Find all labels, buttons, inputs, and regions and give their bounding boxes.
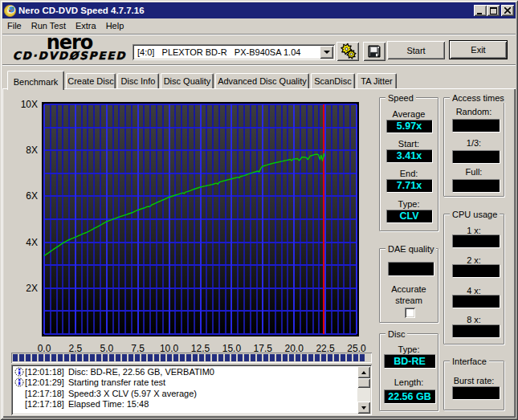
- progress-block: [270, 354, 275, 361]
- progress-block: [360, 354, 365, 361]
- nero-logo: nero CD·DVDØSPEED: [11, 35, 128, 64]
- speed-label: Average: [380, 109, 438, 119]
- disc-value-display: 22.56 GB: [384, 389, 435, 403]
- progress-block: [334, 354, 339, 361]
- disc-info-icon: [14, 377, 24, 387]
- tab-label: Advanced Disc Quality: [218, 76, 307, 86]
- disc-label: Type:: [380, 345, 438, 354]
- progress-block: [328, 354, 332, 361]
- progress-block: [173, 354, 178, 361]
- progress-block: [103, 354, 108, 361]
- cpu-usage-value-display: [452, 324, 500, 337]
- triangle-down-icon: [361, 406, 366, 410]
- progress-block: [212, 354, 217, 361]
- y-tick-label: 6X: [26, 190, 38, 202]
- speed-label: Start:: [380, 139, 438, 149]
- tab-label: Create Disc: [67, 76, 113, 86]
- access-times-label: Full:: [444, 167, 504, 177]
- progress-block: [96, 354, 101, 361]
- progress-block: [122, 354, 127, 361]
- separator-highlight: [2, 65, 516, 66]
- progress-bar: [11, 353, 372, 363]
- drive-select-value: [4:0] PLEXTOR BD-R PX-B940SA 1.04: [137, 47, 300, 57]
- progress-block: [26, 354, 31, 361]
- close-button[interactable]: [501, 5, 514, 16]
- minimize-icon: [477, 7, 483, 14]
- app-window: Nero CD-DVD Speed 4.7.7.16 File Run Test…: [0, 0, 518, 420]
- progress-block: [148, 354, 153, 361]
- menu-help[interactable]: Help: [101, 19, 129, 33]
- y-tick-label: 8X: [26, 145, 38, 156]
- titlebar-buttons: [474, 5, 514, 16]
- progress-block: [244, 354, 249, 361]
- progress-block: [77, 354, 82, 361]
- log-timestamp: [12:17:18]: [25, 389, 64, 398]
- separator: [2, 64, 516, 66]
- speed-value-display: 3.41x: [386, 149, 432, 162]
- progress-block: [109, 354, 114, 361]
- floppy-disk-icon: [368, 45, 381, 58]
- app-disc-icon: [4, 5, 16, 17]
- access-times-value-display: [452, 119, 500, 132]
- tab-scandisc[interactable]: ScanDisc: [311, 73, 355, 88]
- scroll-up-button[interactable]: [357, 366, 370, 378]
- speed-value-display: 5.97x: [386, 120, 432, 133]
- progress-block: [315, 354, 320, 361]
- progress-block: [193, 354, 198, 361]
- triangle-up-icon: [361, 371, 366, 374]
- options-button[interactable]: [336, 42, 359, 61]
- dae-quality-value-display: [388, 262, 434, 275]
- tab-disc-quality[interactable]: Disc Quality: [161, 73, 214, 88]
- access-times-value-display: [452, 179, 500, 192]
- save-button[interactable]: [363, 42, 385, 61]
- scroll-thumb[interactable]: [357, 378, 370, 388]
- tab-bar: BenchmarkCreate DiscDisc InfoDisc Qualit…: [2, 71, 516, 88]
- tab-benchmark[interactable]: Benchmark: [7, 71, 64, 90]
- speed-label: Type:: [380, 199, 438, 209]
- speed-group-title: Speed: [385, 93, 416, 103]
- progress-block: [321, 354, 326, 361]
- progress-block: [154, 354, 159, 361]
- scroll-down-button[interactable]: [357, 402, 370, 414]
- cpu-usage-group-title: CPU usage: [450, 210, 500, 219]
- drive-select-dropdown-button[interactable]: [320, 46, 333, 59]
- interface-group: InterfaceBurst rate:: [443, 361, 504, 410]
- dae-quality-group: DAE qualityAccuratestream: [379, 248, 438, 323]
- log-box: [12:01:18]Disc: BD-RE, 22.56 GB, VERBATI…: [11, 365, 372, 415]
- accurate-stream-checkbox[interactable]: [405, 308, 415, 318]
- progress-block: [341, 354, 345, 361]
- progress-block: [199, 354, 204, 361]
- progress-block: [71, 354, 75, 361]
- progress-block: [39, 354, 43, 361]
- tab-disc-info[interactable]: Disc Info: [117, 73, 159, 88]
- benchmark-tab-panel: 10X8X6X4X2X0.02.55.07.510.012.515.017.52…: [2, 88, 516, 418]
- progress-block: [289, 354, 294, 361]
- minimize-button[interactable]: [474, 5, 487, 16]
- log-timestamp: [12:01:18]: [25, 367, 64, 377]
- y-tick-label: 2X: [26, 283, 38, 294]
- tab-ta-jitter[interactable]: TA Jitter: [357, 73, 397, 88]
- menu-file[interactable]: File: [2, 19, 27, 33]
- disc-value-display: BD-RE: [384, 354, 435, 368]
- disc-label: Length:: [380, 377, 438, 387]
- progress-block: [225, 354, 230, 361]
- logo-slash-icon: Ø: [69, 49, 80, 62]
- progress-block: [19, 354, 24, 361]
- maximize-button[interactable]: [487, 5, 500, 16]
- progress-block: [347, 354, 352, 361]
- drive-select-combo[interactable]: [4:0] PLEXTOR BD-R PX-B940SA 1.04: [133, 44, 335, 60]
- start-button[interactable]: Start: [387, 41, 445, 59]
- tab-create-disc[interactable]: Create Disc: [66, 73, 116, 88]
- exit-button[interactable]: Exit: [449, 40, 508, 59]
- disc-group: DiscType:BD-RELength:22.56 GB: [379, 333, 438, 411]
- access-times-label: 1/3:: [444, 138, 504, 148]
- cpu-usage-value-display: [452, 264, 500, 277]
- progress-block: [45, 354, 50, 361]
- tab-label: ScanDisc: [314, 76, 351, 86]
- start-button-label: Start: [406, 46, 425, 55]
- interface-value-display: [452, 386, 500, 399]
- tab-advanced-disc-quality[interactable]: Advanced Disc Quality: [215, 73, 309, 88]
- log-scrollbar[interactable]: [357, 366, 370, 414]
- log-timestamp: [12:01:29]: [25, 377, 64, 387]
- chevron-down-icon: [324, 51, 330, 54]
